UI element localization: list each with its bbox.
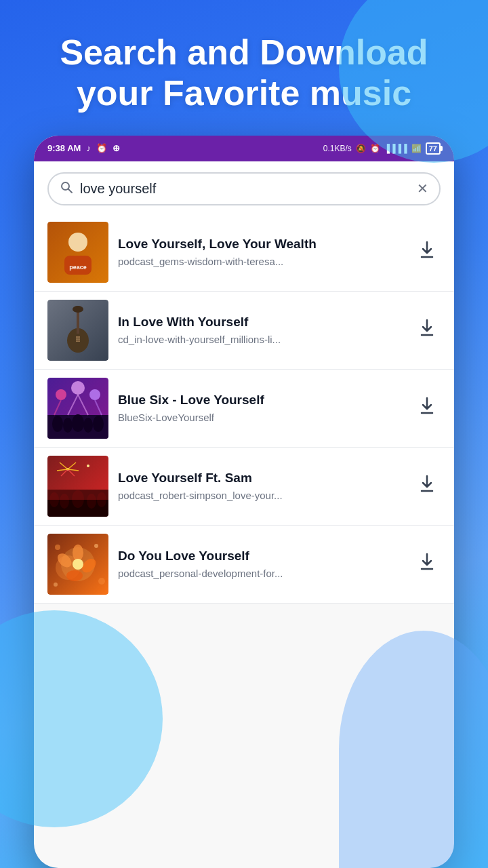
result-thumbnail-4 bbox=[47, 456, 108, 517]
phone-content: love yourself ✕ bbox=[34, 161, 454, 604]
alarm-icon: ⏰ bbox=[96, 143, 107, 153]
status-left: 9:38 AM ♪ ⏰ ⊕ bbox=[47, 143, 120, 153]
list-item[interactable]: Love Yourself Ft. Sam podcast_robert-sim… bbox=[34, 448, 454, 526]
svg-point-56 bbox=[94, 544, 98, 548]
result-subtitle-2: cd_in-love-with-yourself_millions-li... bbox=[118, 334, 404, 345]
network-speed: 0.1KB/s bbox=[323, 144, 352, 153]
download-button-5[interactable] bbox=[413, 550, 441, 578]
svg-point-17 bbox=[56, 389, 66, 400]
result-subtitle-1: podcast_gems-wisdom-with-teresa... bbox=[118, 256, 404, 267]
svg-point-58 bbox=[54, 583, 58, 587]
list-item[interactable]: In Love With Yourself cd_in-love-with-yo… bbox=[34, 292, 454, 370]
result-subtitle-4: podcast_robert-simpson_love-your... bbox=[118, 490, 404, 501]
svg-point-18 bbox=[71, 381, 85, 395]
svg-point-55 bbox=[55, 545, 60, 550]
svg-line-1 bbox=[68, 189, 73, 193]
svg-text:peace: peace bbox=[69, 264, 87, 271]
download-button-4[interactable] bbox=[413, 472, 441, 500]
svg-point-27 bbox=[83, 418, 93, 433]
result-title-3: Blue Six - Love Yourself bbox=[118, 393, 404, 408]
result-info-5: Do You Love Yourself podcast_personal-de… bbox=[118, 549, 404, 579]
result-info-1: Love Yourself, Love Your Wealth podcast_… bbox=[118, 237, 404, 267]
page-wrapper: Search and Download your Favorite music … bbox=[0, 0, 488, 868]
search-bar-container: love yourself ✕ bbox=[34, 161, 454, 214]
result-title-4: Love Yourself Ft. Sam bbox=[118, 471, 404, 486]
result-subtitle-5: podcast_personal-development-for... bbox=[118, 568, 404, 579]
svg-point-54 bbox=[73, 559, 83, 570]
results-list: peace Love Yourself, Love Your Wealth po… bbox=[34, 214, 454, 604]
result-info-2: In Love With Yourself cd_in-love-with-yo… bbox=[118, 315, 404, 345]
result-title-5: Do You Love Yourself bbox=[118, 549, 404, 564]
svg-point-50 bbox=[73, 545, 83, 561]
silent-icon: 🔕 bbox=[356, 144, 366, 153]
result-title-2: In Love With Yourself bbox=[118, 315, 404, 330]
status-time: 9:38 AM bbox=[47, 143, 81, 153]
result-thumbnail-5 bbox=[47, 534, 108, 595]
download-button-2[interactable] bbox=[413, 316, 441, 344]
result-title-1: Love Yourself, Love Your Wealth bbox=[118, 237, 404, 252]
result-thumbnail-1: peace bbox=[47, 222, 108, 283]
download-button-1[interactable] bbox=[413, 238, 441, 267]
svg-rect-9 bbox=[77, 310, 79, 334]
result-subtitle-3: BlueSix-LoveYourself bbox=[118, 412, 404, 423]
result-info-3: Blue Six - Love Yourself BlueSix-LoveYou… bbox=[118, 393, 404, 423]
svg-point-3 bbox=[68, 233, 87, 252]
download-button-3[interactable] bbox=[413, 394, 441, 422]
svg-point-57 bbox=[98, 578, 105, 585]
svg-point-10 bbox=[73, 306, 83, 313]
search-clear-button[interactable]: ✕ bbox=[417, 180, 428, 197]
svg-rect-45 bbox=[47, 490, 108, 500]
list-item[interactable]: Do You Love Yourself podcast_personal-de… bbox=[34, 526, 454, 604]
music-icon: ♪ bbox=[86, 143, 91, 153]
result-thumbnail-2 bbox=[47, 300, 108, 361]
search-query-text: love yourself bbox=[80, 181, 410, 197]
search-icon bbox=[60, 180, 73, 197]
svg-point-52 bbox=[66, 570, 83, 581]
list-item[interactable]: peace Love Yourself, Love Your Wealth po… bbox=[34, 214, 454, 292]
svg-point-26 bbox=[72, 414, 84, 432]
svg-point-19 bbox=[89, 389, 100, 400]
svg-point-25 bbox=[63, 418, 73, 433]
data-icon: ⊕ bbox=[113, 143, 120, 153]
result-info-4: Love Yourself Ft. Sam podcast_robert-sim… bbox=[118, 471, 404, 501]
list-item[interactable]: Blue Six - Love Yourself BlueSix-LoveYou… bbox=[34, 370, 454, 448]
search-bar[interactable]: love yourself ✕ bbox=[47, 172, 441, 205]
battery-icon: 77 bbox=[426, 142, 441, 155]
svg-point-33 bbox=[87, 465, 89, 467]
svg-point-24 bbox=[52, 416, 63, 432]
result-thumbnail-3 bbox=[47, 378, 108, 439]
svg-point-28 bbox=[93, 416, 104, 432]
